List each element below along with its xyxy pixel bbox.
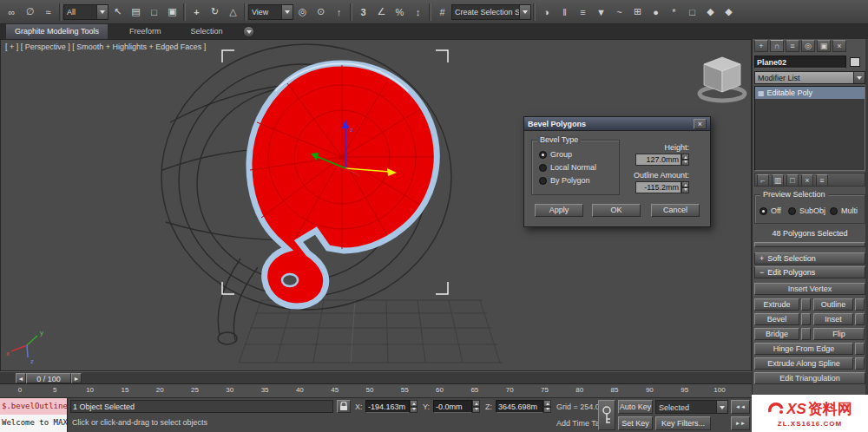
render-production-icon[interactable]: ◆ — [701, 3, 720, 21]
unlink-selection-icon[interactable]: ∅ — [21, 3, 39, 21]
preview-multi-option[interactable]: Multi — [830, 206, 858, 215]
apply-button[interactable]: Apply — [535, 204, 583, 217]
outline-amount-value[interactable]: -115.2mm — [635, 181, 681, 193]
radio-local-normal-option[interactable]: Local Normal — [539, 163, 596, 172]
bevel-button[interactable]: Bevel — [754, 313, 799, 325]
extrude-along-spline-settings-button[interactable] — [855, 357, 865, 370]
auto-key-button[interactable]: Auto Key — [618, 400, 653, 414]
spinner-snap-icon[interactable]: ↕ — [409, 3, 427, 21]
z-coord-value[interactable]: 3645.698m — [496, 400, 543, 413]
object-color-swatch[interactable] — [850, 57, 860, 67]
tab-freeform[interactable]: Freeform — [121, 24, 170, 39]
ribbon-minimize-button[interactable] — [243, 26, 254, 37]
dialog-titlebar[interactable]: Bevel Polygons × — [524, 117, 710, 131]
bind-to-space-warp-icon[interactable]: ≈ — [39, 3, 57, 21]
selected-set-dropdown[interactable]: Selected — [655, 400, 728, 414]
track-bar[interactable]: 0 5 10 15 20 25 30 35 40 45 50 55 60 65 … — [0, 384, 752, 398]
hinge-from-edge-button[interactable]: Hinge From Edge — [754, 343, 853, 355]
select-and-scale-icon[interactable]: △ — [224, 3, 242, 21]
viewcube[interactable] — [700, 57, 745, 101]
material-editor-icon[interactable]: ● — [647, 3, 665, 21]
schematic-view-icon[interactable]: ⊞ — [628, 3, 647, 21]
z-spinner[interactable] — [543, 400, 551, 413]
tab-hierarchy-icon[interactable]: ≡ — [786, 40, 799, 52]
tab-motion-icon[interactable]: ◎ — [801, 40, 815, 52]
make-unique-icon[interactable]: □ — [786, 174, 799, 187]
select-and-move-icon[interactable]: + — [187, 3, 206, 21]
ok-button[interactable]: OK — [592, 204, 641, 217]
time-slider-handle[interactable]: ◄ 0 / 100 ► — [16, 373, 82, 383]
show-end-result-icon[interactable]: ▥ — [772, 174, 784, 187]
edit-triangulation-button[interactable]: Edit Triangulation — [754, 372, 865, 384]
angle-snap-icon[interactable]: ∠ — [372, 3, 391, 21]
percent-snap-icon[interactable]: % — [391, 3, 409, 21]
layer-manager-icon[interactable]: ≡ — [574, 3, 592, 21]
keyboard-override-icon[interactable]: ↑ — [330, 3, 348, 21]
configure-modifier-sets-icon[interactable]: ≡ — [816, 174, 828, 187]
previous-key-button[interactable]: ◄◄ — [731, 400, 750, 414]
rendered-frame-window-icon[interactable]: □ — [683, 3, 701, 21]
set-keys-button[interactable] — [598, 400, 615, 430]
listener-script-line[interactable]: Welcome to MAX! — [0, 415, 67, 432]
y-coord-field[interactable]: -0.0mm — [433, 400, 480, 413]
next-frame-icon[interactable]: ► — [71, 373, 82, 383]
outline-button[interactable]: Outline — [813, 298, 853, 311]
height-field[interactable]: 127.0mm — [635, 154, 689, 166]
extrude-settings-button[interactable] — [801, 298, 811, 311]
named-selection-set-dropdown[interactable]: Create Selection Se — [451, 4, 531, 20]
rollout-divider[interactable] — [754, 242, 865, 247]
pin-stack-icon[interactable]: ⌐ — [757, 174, 769, 187]
outline-amount-field[interactable]: -115.2mm — [635, 181, 689, 193]
select-by-name-icon[interactable]: ▤ — [127, 3, 145, 21]
insert-vertex-button[interactable]: Insert Vertex — [754, 283, 865, 295]
stack-item-editable-poly[interactable]: ▦ Editable Poly — [755, 87, 865, 99]
tab-utilities-icon[interactable]: × — [832, 40, 846, 52]
select-and-rotate-icon[interactable]: ↻ — [206, 3, 224, 21]
radio-by-polygon-option[interactable]: By Polygon — [539, 176, 590, 185]
selection-lock-button[interactable] — [337, 400, 351, 413]
listener-macro-line[interactable]: $.bevelOutline — [0, 398, 67, 415]
bridge-button[interactable]: Bridge — [754, 328, 799, 340]
x-spinner[interactable] — [410, 400, 418, 413]
bevel-settings-button[interactable] — [801, 313, 811, 325]
tab-display-icon[interactable]: ▣ — [817, 40, 831, 52]
remove-modifier-icon[interactable]: × — [801, 174, 813, 187]
rollout-edit-polygons[interactable]: − Edit Polygons — [754, 266, 865, 278]
y-spinner[interactable] — [472, 400, 480, 413]
select-and-link-icon[interactable]: ∞ — [3, 3, 21, 21]
use-pivot-center-icon[interactable]: ◎ — [293, 3, 312, 21]
selected-red-object[interactable] — [249, 63, 437, 306]
maxscript-mini-listener[interactable]: $.bevelOutline Welcome to MAX! — [0, 398, 68, 432]
add-time-tag[interactable]: Add Time Tag — [556, 419, 604, 428]
outline-settings-button[interactable] — [855, 298, 865, 311]
hinge-settings-button[interactable] — [855, 343, 865, 355]
modifier-list-dropdown[interactable]: Modifier List — [754, 71, 865, 84]
object-name-field[interactable]: Plane02 — [754, 56, 846, 69]
tab-modify-icon[interactable]: ∩ — [770, 40, 784, 52]
viewport-label[interactable]: [ + ] [ Perspective ] [ Smooth + Highlig… — [5, 43, 206, 51]
radio-group-option[interactable]: Group — [539, 150, 572, 159]
x-coord-value[interactable]: -194.163m — [365, 400, 410, 413]
window-crossing-icon[interactable]: ▣ — [163, 3, 181, 21]
extrude-along-spline-button[interactable]: Extrude Along Spline — [754, 357, 853, 370]
reference-coordinate-dropdown[interactable]: View — [248, 4, 293, 20]
x-coord-field[interactable]: -194.163m — [365, 400, 418, 413]
extrude-button[interactable]: Extrude — [754, 298, 799, 311]
tab-graphite-modeling-tools[interactable]: Graphite Modeling Tools — [5, 23, 108, 39]
edit-named-selection-sets-icon[interactable]: # — [433, 3, 451, 21]
bridge-settings-button[interactable] — [801, 328, 811, 340]
inset-button[interactable]: Inset — [813, 313, 853, 325]
curve-editor-icon[interactable]: ~ — [610, 3, 628, 21]
dialog-close-button[interactable]: × — [694, 119, 707, 129]
y-coord-value[interactable]: -0.0mm — [433, 400, 472, 413]
time-slider-value[interactable]: 0 / 100 — [26, 373, 71, 383]
select-and-manipulate-icon[interactable]: ⊙ — [312, 3, 330, 21]
preview-subobj-option[interactable]: SubObj — [788, 206, 825, 215]
selection-region-icon[interactable]: □ — [145, 3, 163, 21]
previous-frame-icon[interactable]: ◄ — [16, 373, 26, 383]
inset-settings-button[interactable] — [855, 313, 865, 325]
key-filters-button[interactable]: Key Filters... — [655, 416, 711, 430]
snaps-toggle-icon[interactable]: 3 — [354, 3, 372, 21]
preview-off-option[interactable]: Off — [760, 206, 781, 215]
render-iterative-icon[interactable]: ◆ — [720, 3, 738, 21]
